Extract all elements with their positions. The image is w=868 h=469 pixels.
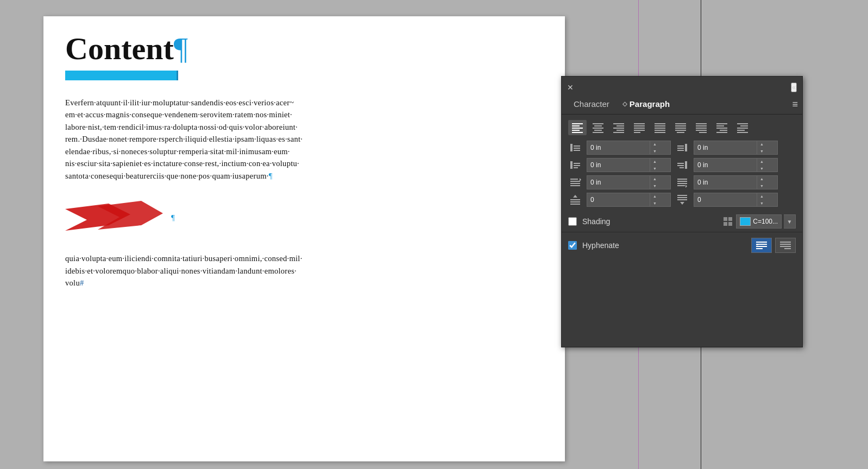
pilcrow-title: ¶ — [174, 31, 188, 66]
svg-rect-81 — [724, 217, 727, 221]
hyphenate-buttons — [751, 238, 796, 253]
align-justify-button[interactable] — [630, 120, 649, 135]
svg-rect-20 — [634, 130, 645, 131]
svg-rect-24 — [655, 128, 665, 129]
svg-rect-77 — [677, 195, 687, 196]
svg-rect-38 — [716, 125, 724, 126]
left-indent-input[interactable] — [587, 143, 650, 153]
space-before-input[interactable] — [587, 195, 650, 205]
right-indent2-input[interactable] — [694, 160, 757, 170]
svg-rect-83 — [724, 222, 727, 226]
shading-checkbox[interactable] — [568, 217, 577, 226]
svg-rect-64 — [570, 181, 580, 182]
svg-rect-17 — [634, 123, 645, 124]
right-indent-icon — [675, 141, 689, 155]
right-indent2-spinner: ▲ ▼ — [757, 158, 766, 172]
last-indent-up[interactable]: ▲ — [757, 175, 766, 182]
tab-character[interactable]: Character — [566, 96, 617, 112]
svg-rect-58 — [574, 167, 578, 168]
last-indent-down[interactable]: ▼ — [757, 182, 766, 189]
document-body-paragraph1: Everfern·atquunt·il·ilit·iur·moluptatur·… — [65, 97, 543, 182]
svg-rect-39 — [716, 128, 727, 129]
space-after-icon — [675, 193, 689, 207]
panel-titlebar: ✕ « — [562, 77, 802, 94]
align-justify-last-right-button[interactable] — [692, 120, 710, 135]
first-indent-input[interactable] — [587, 178, 650, 187]
align-toward-spine-button[interactable] — [713, 120, 731, 135]
svg-rect-26 — [655, 132, 665, 133]
left-indent-down[interactable]: ▼ — [650, 148, 659, 155]
svg-rect-40 — [720, 130, 727, 131]
svg-rect-46 — [737, 132, 748, 133]
left-indent-icon — [568, 141, 582, 155]
space-before-up[interactable]: ▲ — [650, 193, 659, 200]
panel-collapse-button[interactable]: « — [791, 83, 797, 92]
svg-marker-67 — [580, 178, 581, 181]
svg-rect-12 — [613, 123, 624, 124]
left-indent2-input[interactable] — [587, 160, 650, 170]
svg-rect-2 — [572, 123, 583, 124]
right-indent2-up[interactable]: ▲ — [757, 158, 766, 165]
align-left-button[interactable] — [568, 120, 587, 135]
align-right-button[interactable] — [609, 120, 628, 135]
left-indent2-up[interactable]: ▲ — [650, 158, 659, 165]
svg-rect-13 — [617, 125, 624, 126]
svg-rect-6 — [572, 132, 583, 133]
align-justify-last-left-button[interactable] — [651, 120, 669, 135]
first-indent-down[interactable]: ▼ — [650, 182, 659, 189]
svg-rect-52 — [677, 145, 684, 147]
space-after-input[interactable] — [694, 195, 757, 205]
svg-rect-87 — [756, 246, 767, 247]
svg-rect-85 — [756, 242, 767, 243]
last-indent-input[interactable] — [694, 178, 757, 187]
left-indent2-input-group: ▲ ▼ — [587, 158, 671, 172]
right-indent-down[interactable]: ▼ — [757, 148, 766, 155]
panel-menu-button[interactable]: ≡ — [792, 99, 798, 109]
space-before-down[interactable]: ▼ — [650, 200, 659, 207]
align-justify-last-center-button[interactable] — [671, 120, 690, 135]
svg-rect-62 — [680, 167, 684, 168]
align-center-button[interactable] — [589, 120, 607, 135]
color-dropdown-button[interactable]: ▼ — [784, 214, 796, 229]
hyphenate-checkbox[interactable] — [568, 241, 577, 250]
align-away-spine-button[interactable] — [733, 120, 752, 135]
right-indent-input[interactable] — [694, 143, 757, 153]
svg-marker-72 — [685, 185, 687, 188]
red-arrow-graphic — [65, 198, 174, 238]
panel-close-button[interactable]: ✕ — [567, 83, 574, 92]
tab-paragraph[interactable]: Paragraph — [617, 96, 675, 112]
svg-rect-92 — [780, 246, 791, 247]
left-indent-up[interactable]: ▲ — [650, 141, 659, 148]
svg-rect-82 — [728, 217, 732, 221]
alignment-buttons-row — [562, 115, 802, 138]
hyph-btn-left[interactable] — [751, 238, 772, 253]
right-indent2-down[interactable]: ▼ — [757, 165, 766, 172]
left-indent-input-group: ▲ ▼ — [587, 141, 671, 155]
svg-marker-76 — [573, 195, 577, 198]
svg-rect-68 — [677, 179, 687, 180]
color-swatch[interactable]: C=100... — [736, 214, 782, 229]
body-text-1: Everfern·atquunt·il·ilit·iur·moluptatur·… — [65, 97, 543, 182]
right-indent-up[interactable]: ▲ — [757, 141, 766, 148]
spacing-row: ▲ ▼ ▲ ▼ — [568, 193, 796, 207]
shading-label: Shading — [582, 217, 610, 226]
first-indent-input-group: ▲ ▼ — [587, 175, 671, 189]
space-before-spinner: ▲ ▼ — [650, 193, 659, 207]
first-indent-up[interactable]: ▲ — [650, 175, 659, 182]
svg-rect-75 — [570, 204, 580, 205]
indent-row-2: ▲ ▼ ▲ ▼ — [568, 158, 796, 172]
svg-rect-28 — [675, 125, 686, 126]
svg-rect-50 — [574, 150, 580, 151]
hyph-btn-right[interactable] — [775, 238, 796, 253]
svg-rect-93 — [784, 248, 791, 249]
svg-rect-65 — [570, 183, 580, 184]
space-after-down[interactable]: ▼ — [757, 200, 766, 207]
space-after-up[interactable]: ▲ — [757, 193, 766, 200]
canvas: Content¶ Everfern·atquunt·il·ilit·iur·mo… — [0, 0, 868, 469]
svg-rect-73 — [570, 199, 580, 200]
svg-rect-43 — [740, 125, 748, 126]
left-indent2-down[interactable]: ▼ — [650, 165, 659, 172]
svg-rect-53 — [677, 148, 684, 149]
svg-rect-21 — [634, 132, 640, 133]
hyphenate-row: Hyphenate — [562, 232, 802, 257]
